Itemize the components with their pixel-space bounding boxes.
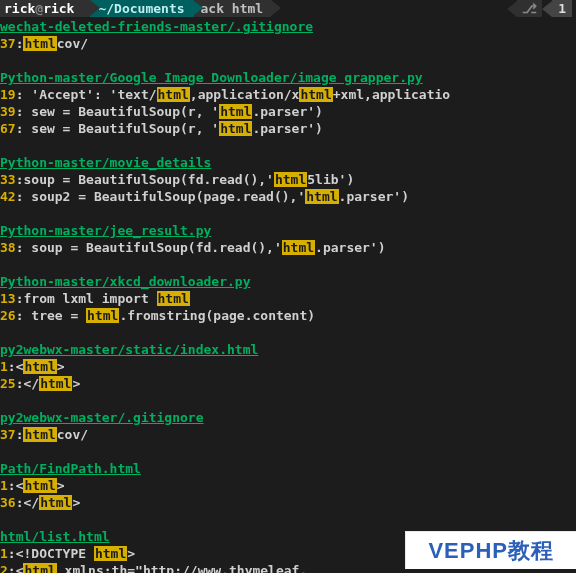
- branch-icon: ⎇: [517, 0, 542, 17]
- result-file-heading: Python-master/Google Image Downloader/im…: [0, 69, 572, 86]
- result-file-heading: Python-master/jee_result.py: [0, 222, 572, 239]
- terminal-output: rick@rick ~/Documents ack html ⎇ 1 wecha…: [0, 0, 576, 573]
- result-file-heading: py2webwx-master/.gitignore: [0, 409, 572, 426]
- result-line: 42: soup2 = BeautifulSoup(page.read(),'h…: [0, 188, 572, 205]
- result-line: 67: sew = BeautifulSoup(r, 'html.parser'…: [0, 120, 572, 137]
- prompt-user-host: rick@rick: [0, 0, 90, 17]
- match-highlight: html: [299, 87, 332, 102]
- separator-icon: [542, 1, 552, 17]
- match-highlight: html: [157, 291, 190, 306]
- match-highlight: html: [23, 563, 56, 573]
- result-line: 25:</html>: [0, 375, 572, 392]
- match-highlight: html: [23, 36, 56, 51]
- separator-icon: [193, 0, 203, 16]
- prompt-command[interactable]: ack html: [193, 0, 272, 17]
- result-line: 1:<html>: [0, 477, 572, 494]
- result-line: 37:htmlcov/: [0, 35, 572, 52]
- match-highlight: html: [274, 172, 307, 187]
- separator-icon: [271, 0, 281, 16]
- result-line: 19: 'Accept': 'text/html,application/xht…: [0, 86, 572, 103]
- match-highlight: html: [94, 546, 127, 561]
- match-highlight: html: [23, 427, 56, 442]
- result-file-heading: wechat-deleted-friends-master/.gitignore: [0, 18, 572, 35]
- match-highlight: html: [23, 478, 56, 493]
- result-line: 26: tree = html.fromstring(page.content): [0, 307, 572, 324]
- separator-icon: [507, 1, 517, 17]
- shell-prompt: rick@rick ~/Documents ack html ⎇ 1: [0, 0, 572, 17]
- result-line: 38: soup = BeautifulSoup(fd.read(),'html…: [0, 239, 572, 256]
- prompt-right: ⎇ 1: [507, 0, 572, 17]
- match-highlight: html: [282, 240, 315, 255]
- match-highlight: html: [305, 189, 338, 204]
- match-highlight: html: [23, 359, 56, 374]
- result-file-heading: Path/FindPath.html: [0, 460, 572, 477]
- result-file-heading: Python-master/movie_details: [0, 154, 572, 171]
- result-file-heading: Python-master/xkcd_downloader.py: [0, 273, 572, 290]
- result-line: 39: sew = BeautifulSoup(r, 'html.parser'…: [0, 103, 572, 120]
- result-file-heading: py2webwx-master/static/index.html: [0, 341, 572, 358]
- watermark-label: VEPHP教程: [405, 531, 576, 569]
- result-line: 37:htmlcov/: [0, 426, 572, 443]
- match-highlight: html: [157, 87, 190, 102]
- separator-icon: [90, 0, 100, 16]
- match-highlight: html: [86, 308, 119, 323]
- result-line: 36:</html>: [0, 494, 572, 511]
- result-line: 33:soup = BeautifulSoup(fd.read(),'html5…: [0, 171, 572, 188]
- result-line: 1:<html>: [0, 358, 572, 375]
- ack-results: wechat-deleted-friends-master/.gitignore…: [0, 18, 572, 573]
- result-line: 13:from lxml import html: [0, 290, 572, 307]
- prompt-path: ~/Documents: [90, 0, 192, 17]
- match-highlight: html: [39, 376, 72, 391]
- match-highlight: html: [39, 495, 72, 510]
- match-highlight: html: [219, 104, 252, 119]
- prompt-right-num: 1: [552, 0, 572, 17]
- match-highlight: html: [219, 121, 252, 136]
